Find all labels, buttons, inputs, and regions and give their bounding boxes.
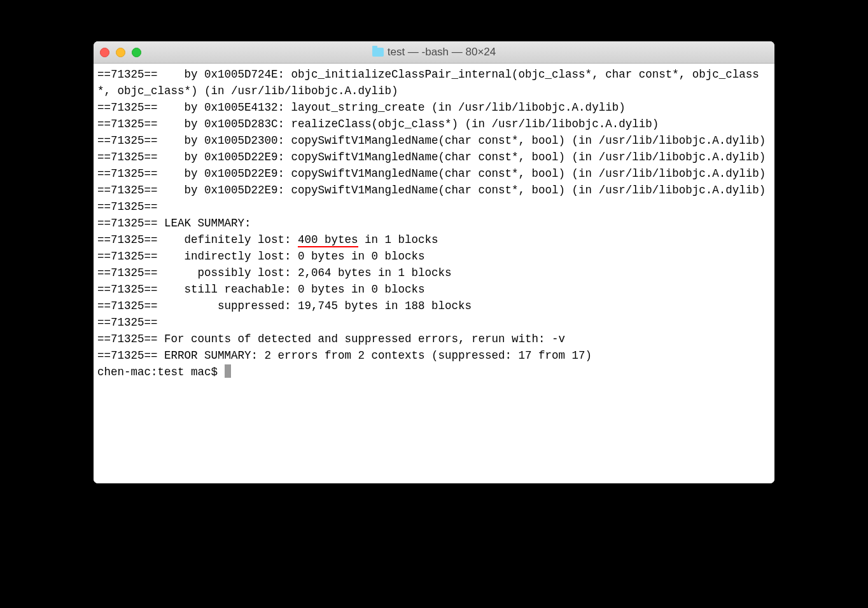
terminal-line: ==71325== indirectly lost: 0 bytes in 0 … [97, 248, 771, 265]
close-button[interactable] [100, 48, 109, 57]
title-bar[interactable]: test — -bash — 80×24 [94, 41, 774, 64]
terminal-window: test — -bash — 80×24 ==71325== by 0x1005… [94, 41, 774, 483]
terminal-prompt-line: chen-mac:test mac$ [97, 364, 771, 380]
folder-icon [372, 48, 384, 57]
terminal-line: ==71325== suppressed: 19,745 bytes in 18… [97, 298, 771, 314]
terminal-line: ==71325== [97, 314, 771, 331]
terminal-line: ==71325== For counts of detected and sup… [97, 331, 771, 347]
terminal-line: ==71325== ERROR SUMMARY: 2 errors from 2… [97, 347, 771, 364]
cursor-icon [225, 364, 231, 378]
terminal-line: ==71325== by 0x1005E4132: layout_string_… [97, 99, 771, 116]
terminal-line: ==71325== by 0x1005D2300: copySwiftV1Man… [97, 132, 771, 149]
terminal-line: ==71325== possibly lost: 2,064 bytes in … [97, 265, 771, 281]
minimize-button[interactable] [116, 48, 125, 57]
terminal-line: ==71325== by 0x1005D22E9: copySwiftV1Man… [97, 165, 771, 182]
title-center: test — -bash — 80×24 [94, 46, 774, 59]
maximize-button[interactable] [132, 48, 141, 57]
terminal-line: ==71325== by 0x1005D22E9: copySwiftV1Man… [97, 149, 771, 165]
terminal-line: ==71325== by 0x1005D22E9: copySwiftV1Man… [97, 182, 771, 198]
leak-highlight: 400 bytes [298, 233, 358, 247]
terminal-line: ==71325== by 0x1005D724E: objc_initializ… [97, 66, 771, 99]
terminal-line: ==71325== by 0x1005D283C: realizeClass(o… [97, 116, 771, 132]
terminal-line: ==71325== LEAK SUMMARY: [97, 215, 771, 231]
terminal-line: ==71325== [97, 198, 771, 215]
leak-prefix: ==71325== definitely lost: [97, 233, 298, 246]
leak-suffix: in 1 blocks [358, 233, 438, 246]
traffic-lights [100, 48, 141, 57]
terminal-body[interactable]: ==71325== by 0x1005D724E: objc_initializ… [94, 64, 774, 483]
terminal-leak-line: ==71325== definitely lost: 400 bytes in … [97, 231, 771, 248]
terminal-line: ==71325== still reachable: 0 bytes in 0 … [97, 281, 771, 298]
window-title: test — -bash — 80×24 [388, 46, 496, 59]
terminal-prompt: chen-mac:test mac$ [97, 366, 225, 378]
